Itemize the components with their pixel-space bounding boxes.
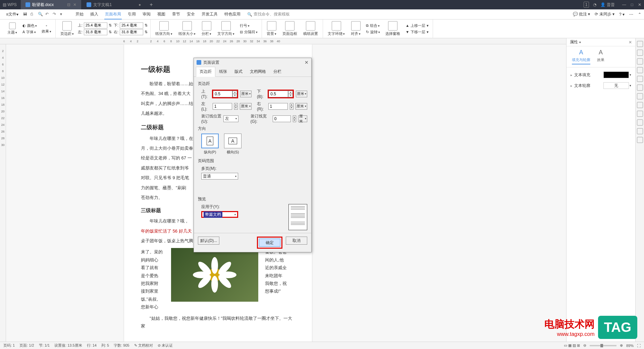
side-image-icon[interactable]	[637, 119, 643, 126]
margin-right-input[interactable]	[268, 103, 288, 110]
effect-button[interactable]: ▫效果	[40, 23, 53, 34]
close-icon[interactable]: ●	[139, 2, 141, 7]
expand-icon[interactable]: ▸	[571, 73, 572, 77]
spinner[interactable]: ▲▼	[232, 91, 237, 97]
unit-select[interactable]: 厘米	[298, 115, 307, 122]
unit-select[interactable]: 厘米	[296, 91, 307, 97]
gutter-pos-select[interactable]: 左	[223, 115, 238, 122]
outline-picker[interactable]: 无	[603, 82, 629, 89]
inline-image[interactable]	[171, 248, 258, 302]
group-button[interactable]: ⧉组合	[365, 23, 381, 29]
status-spell[interactable]: ✎ 文档校对	[134, 343, 153, 348]
collapse-ribbon-icon[interactable]: ⌃	[638, 12, 641, 17]
wrap-button[interactable]: 文字环绕	[326, 20, 347, 37]
vertical-ruler[interactable]: 24681012141618202224262830	[0, 44, 6, 342]
cancel-button[interactable]: 取消	[286, 237, 307, 245]
margin-top-input[interactable]	[84, 22, 107, 29]
margin-right-input[interactable]	[120, 29, 143, 35]
spinner[interactable]: ▲▼	[290, 103, 293, 110]
help-icon[interactable]: ? ▾	[619, 12, 625, 17]
spinner[interactable]: ▲▼	[288, 91, 293, 97]
menu-page-layout[interactable]: 页面布局	[102, 9, 124, 19]
maximize-icon[interactable]: □	[631, 2, 633, 7]
margin-bottom-input[interactable]	[269, 91, 288, 97]
panel-tab-fill[interactable]: A填充与轮廓	[572, 49, 590, 64]
menu-start[interactable]: 开始	[72, 9, 87, 19]
size-button[interactable]: 纸张大小	[176, 20, 198, 37]
menu-review[interactable]: 审阅	[139, 9, 154, 19]
margin-bottom-input[interactable]	[120, 22, 143, 29]
text-dir-button[interactable]: 文字方向	[215, 20, 236, 37]
multi-page-select[interactable]: 普通	[201, 173, 238, 180]
zoom-value[interactable]: 89%	[626, 344, 634, 348]
dialog-tab-grid[interactable]: 文档网格	[246, 67, 270, 77]
unit-select[interactable]: 厘米	[240, 103, 252, 110]
portrait-option[interactable]: A	[201, 134, 219, 148]
fill-color-picker[interactable]	[603, 71, 629, 78]
menu-dev[interactable]: 开发工具	[198, 9, 221, 19]
sync-button[interactable]: ⟳ 未同步 ▾	[595, 11, 614, 17]
apply-to-select[interactable]: 整篇文档	[201, 211, 238, 218]
dialog-tab-layout[interactable]: 版式	[231, 67, 246, 77]
zoom-in-icon[interactable]: ⊕	[620, 343, 623, 348]
preview-icon[interactable]: 🔍	[38, 12, 43, 17]
side-format-icon[interactable]	[637, 85, 643, 91]
side-cursor-icon[interactable]	[637, 50, 643, 56]
status-words[interactable]: 字数: 905	[114, 343, 129, 348]
columns-button[interactable]: 分栏	[200, 20, 213, 37]
close-window-icon[interactable]: ✕	[638, 2, 641, 7]
margin-left-input[interactable]	[213, 103, 232, 110]
side-pencil-icon[interactable]	[637, 41, 643, 47]
background-button[interactable]: 背景	[265, 20, 278, 37]
save-icon[interactable]: 🖬	[23, 12, 29, 17]
menu-security[interactable]: 安全	[183, 9, 198, 19]
tab-pin-icon[interactable]: ⊟	[67, 2, 70, 7]
view-mode-icons[interactable]: ▭ ▦ ▨ ⊞	[564, 343, 580, 348]
settings-icon[interactable]: ⋯	[629, 12, 633, 17]
orientation-button[interactable]: 纸张方向	[153, 20, 174, 37]
menu-chapter[interactable]: 章节	[169, 9, 183, 19]
annotate-button[interactable]: 💬 批注 ▾	[573, 11, 590, 17]
theme-button[interactable]: 主题	[5, 20, 19, 37]
spinner[interactable]: ▲▼	[234, 103, 238, 110]
margin-top-input[interactable]	[213, 91, 232, 97]
font-button[interactable]: A字体	[21, 29, 38, 35]
zoom-out-icon[interactable]: ⊖	[583, 343, 586, 348]
side-layers-icon[interactable]	[637, 93, 643, 99]
horizontal-ruler[interactable]: 642246810121416182022242628303234363840	[0, 38, 644, 44]
document-tab-2[interactable]: 文字文稿1 ●	[82, 0, 146, 9]
print-icon[interactable]: ⎙	[31, 12, 36, 17]
expand-icon[interactable]: ▸	[571, 84, 572, 88]
fullscreen-icon[interactable]: ⛶	[637, 344, 641, 348]
menu-references[interactable]: 引用	[124, 9, 139, 19]
side-text-icon[interactable]	[637, 67, 643, 73]
color-button[interactable]: ◐颜色	[21, 23, 38, 29]
file-menu[interactable]: ≡ 文件 ▾	[3, 9, 22, 19]
panel-tab-effect[interactable]: A效果	[597, 49, 604, 64]
undo-icon[interactable]: ↶	[45, 12, 51, 17]
dialog-tab-margins[interactable]: 页边距	[196, 67, 215, 77]
side-nav-icon[interactable]	[637, 102, 643, 108]
gutter-width-input[interactable]	[273, 115, 291, 122]
theme-icon[interactable]: ◔	[593, 2, 596, 7]
user-avatar[interactable]: 👤 普普	[600, 2, 614, 8]
document-tab-1[interactable]: 盼望着.docx ⊟ ✕	[21, 0, 82, 9]
menu-insert[interactable]: 插入	[87, 9, 102, 19]
watermark-button[interactable]: 稿纸设置	[301, 20, 320, 37]
unit-select[interactable]: 厘米	[240, 91, 252, 97]
line-num-button[interactable]: 行号	[238, 23, 259, 29]
dialog-close-icon[interactable]: ✕	[305, 60, 309, 65]
side-sync-icon[interactable]	[637, 128, 643, 134]
border-button[interactable]: 页面边框	[280, 20, 299, 37]
ok-button[interactable]: 确定	[259, 239, 280, 247]
unit-select[interactable]: 厘米	[296, 103, 307, 110]
close-icon[interactable]: ✕	[73, 2, 76, 7]
search-box[interactable]: 🔍 查找命令、搜索模板	[247, 11, 290, 17]
side-cloud-icon[interactable]	[637, 137, 643, 143]
default-button[interactable]: 默认(D)...	[198, 237, 219, 245]
select-pane-button[interactable]: 选择窗格	[383, 20, 402, 37]
breaks-button[interactable]: ⊟分隔符	[238, 29, 259, 35]
dialog-tab-columns[interactable]: 分栏	[270, 67, 285, 77]
close-panel-icon[interactable]: ✕	[629, 40, 632, 45]
dialog-tab-paper[interactable]: 纸张	[215, 67, 231, 77]
